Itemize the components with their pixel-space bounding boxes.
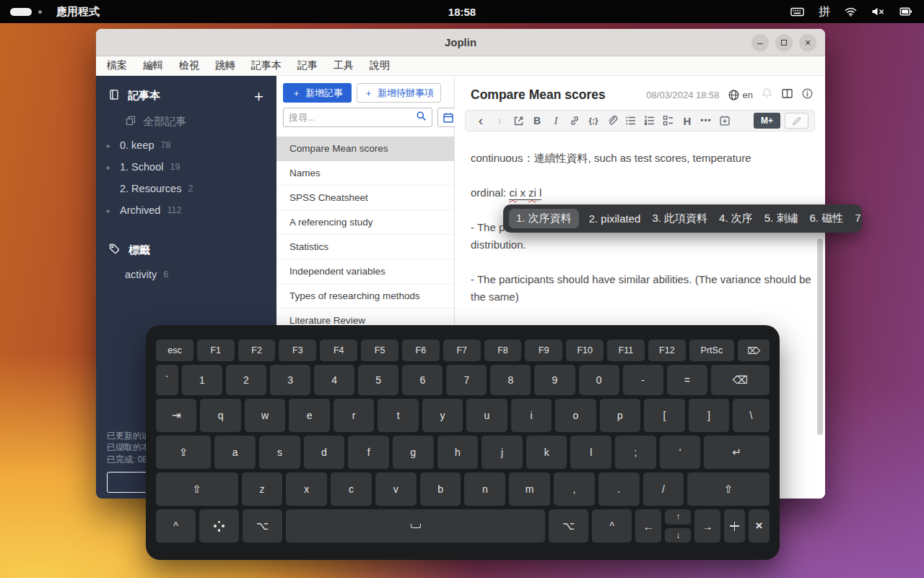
applications-menu[interactable]: 應用程式 bbox=[52, 5, 104, 19]
forward-button[interactable]: › bbox=[490, 113, 509, 129]
key-2[interactable]: 2 bbox=[226, 365, 266, 395]
alarm-bell-icon[interactable] bbox=[761, 87, 773, 103]
key-close-keyboard[interactable]: × bbox=[749, 509, 770, 543]
key-tab[interactable]: ⇥ bbox=[156, 399, 196, 432]
heading-button[interactable]: H bbox=[678, 115, 697, 127]
key-super[interactable] bbox=[199, 509, 239, 543]
ime-candidate-2[interactable]: 2. pixilated bbox=[588, 210, 642, 228]
key-s[interactable]: s bbox=[259, 436, 300, 469]
minimize-button[interactable]: – bbox=[751, 34, 769, 51]
back-button[interactable]: ‹ bbox=[471, 113, 490, 129]
close-button[interactable]: × bbox=[799, 34, 816, 51]
ime-candidate-6[interactable]: 6. 磁性 bbox=[808, 209, 845, 228]
key-f12[interactable]: F12 bbox=[648, 340, 686, 361]
key-backspace[interactable]: ⌫ bbox=[711, 365, 770, 395]
keyboard-icon[interactable] bbox=[790, 7, 804, 17]
key-d[interactable]: d bbox=[304, 436, 345, 469]
key-bracket-left[interactable]: [ bbox=[644, 399, 684, 432]
volume-muted-icon[interactable] bbox=[871, 7, 885, 17]
ime-candidate-7[interactable]: 7. 此行 bbox=[853, 209, 862, 228]
key-3[interactable]: 3 bbox=[270, 365, 310, 395]
insert-datetime-button[interactable] bbox=[715, 115, 734, 126]
bold-button[interactable]: B bbox=[528, 115, 546, 126]
menu-item[interactable]: 記事本 bbox=[243, 59, 289, 72]
menu-item[interactable]: 跳轉 bbox=[207, 59, 243, 72]
key-f9[interactable]: F9 bbox=[525, 340, 562, 361]
key-arrow-down[interactable]: ↓ bbox=[665, 528, 691, 543]
key-ctrl-right[interactable]: ^ bbox=[592, 509, 632, 543]
new-todo-button[interactable]: ＋ 新增待辦事項 bbox=[357, 83, 441, 103]
key-caps-lock[interactable]: ⇪ bbox=[156, 436, 211, 469]
key-z[interactable]: z bbox=[242, 473, 283, 506]
note-item[interactable]: Independent variables bbox=[276, 259, 454, 284]
spellcheck-language-button[interactable]: en bbox=[728, 89, 753, 101]
key-arrow-left[interactable]: ← bbox=[635, 509, 661, 543]
key-f6[interactable]: F6 bbox=[402, 340, 440, 361]
note-item[interactable]: Compare Mean scores bbox=[276, 137, 454, 161]
key-bracket-right[interactable]: ] bbox=[689, 399, 729, 432]
hyperlink-button[interactable] bbox=[565, 115, 584, 126]
key-comma[interactable]: , bbox=[554, 473, 595, 506]
key-f8[interactable]: F8 bbox=[484, 340, 522, 361]
key-period[interactable]: . bbox=[598, 473, 640, 506]
toggle-layout-button[interactable] bbox=[781, 87, 793, 103]
wifi-icon[interactable] bbox=[845, 7, 857, 17]
key-f4[interactable]: F4 bbox=[320, 340, 357, 361]
key-8[interactable]: 8 bbox=[490, 365, 531, 395]
expand-arrow-icon[interactable]: ▸ bbox=[107, 142, 120, 150]
key-n[interactable]: n bbox=[464, 473, 505, 506]
notebook-archived[interactable]: ▸Archived112 bbox=[96, 199, 276, 221]
key-arrow-right[interactable]: → bbox=[694, 509, 720, 543]
key-semicolon[interactable]: ; bbox=[615, 436, 656, 469]
editor-scrollbar[interactable] bbox=[817, 238, 823, 435]
key-escape[interactable]: esc bbox=[156, 340, 193, 361]
menu-item[interactable]: 檔案 bbox=[99, 59, 135, 72]
note-item[interactable]: Names bbox=[276, 161, 454, 186]
key-u[interactable]: u bbox=[466, 399, 507, 432]
note-title[interactable]: Compare Mean scores bbox=[471, 87, 606, 103]
checkbox-list-button[interactable] bbox=[659, 115, 678, 126]
search-box[interactable] bbox=[283, 108, 432, 127]
key-a[interactable]: a bbox=[214, 436, 256, 469]
key-f10[interactable]: F10 bbox=[566, 340, 603, 361]
italic-button[interactable]: I bbox=[546, 115, 565, 127]
notebook-2-resources[interactable]: ▸2. Resources2 bbox=[96, 178, 276, 199]
external-edit-button[interactable] bbox=[509, 116, 528, 126]
notebook-0-keep[interactable]: ▸0. keep78 bbox=[96, 134, 276, 156]
ime-candidate-1[interactable]: 1. 次序資料 bbox=[509, 209, 579, 228]
battery-icon[interactable] bbox=[899, 7, 912, 17]
attach-file-button[interactable] bbox=[603, 115, 622, 126]
markdown-editor-toggle[interactable]: M+ bbox=[754, 113, 780, 129]
key-6[interactable]: 6 bbox=[402, 365, 443, 395]
activities-button[interactable] bbox=[0, 0, 52, 23]
key-arrow-up[interactable]: ↑ bbox=[665, 509, 691, 525]
key-0[interactable]: 0 bbox=[579, 365, 619, 395]
key-shift-left[interactable]: ⇧ bbox=[156, 473, 238, 506]
key-equals[interactable]: = bbox=[667, 365, 707, 395]
menu-item[interactable]: 編輯 bbox=[135, 59, 171, 72]
key-delete[interactable]: ⌦ bbox=[738, 340, 770, 361]
menu-item[interactable]: 說明 bbox=[362, 59, 398, 72]
key-1[interactable]: 1 bbox=[182, 365, 222, 395]
menu-item[interactable]: 記事 bbox=[289, 59, 326, 72]
bulleted-list-button[interactable] bbox=[622, 115, 640, 126]
key-backslash[interactable]: \ bbox=[733, 399, 770, 432]
ime-candidate-5[interactable]: 5. 刺繡 bbox=[763, 209, 800, 228]
ime-candidate-4[interactable]: 4. 次序 bbox=[718, 209, 754, 228]
key-q[interactable]: q bbox=[200, 399, 240, 432]
key-x[interactable]: x bbox=[286, 473, 327, 506]
key-print-screen[interactable]: PrtSc bbox=[689, 340, 734, 361]
key-g[interactable]: g bbox=[393, 436, 434, 469]
key-slash[interactable]: / bbox=[643, 473, 684, 506]
key-5[interactable]: 5 bbox=[358, 365, 398, 395]
key-move-keyboard[interactable] bbox=[724, 509, 745, 543]
note-item[interactable]: SPSS Cheatsheet bbox=[276, 186, 454, 210]
key-t[interactable]: t bbox=[378, 399, 418, 432]
key-b[interactable]: b bbox=[420, 473, 461, 506]
key-4[interactable]: 4 bbox=[314, 365, 354, 395]
tag-activity[interactable]: activity6 bbox=[96, 264, 276, 285]
key-c[interactable]: c bbox=[331, 473, 372, 506]
key-shift-right[interactable]: ⇧ bbox=[687, 473, 770, 506]
richtext-editor-toggle[interactable] bbox=[785, 113, 808, 129]
key-y[interactable]: y bbox=[422, 399, 463, 432]
